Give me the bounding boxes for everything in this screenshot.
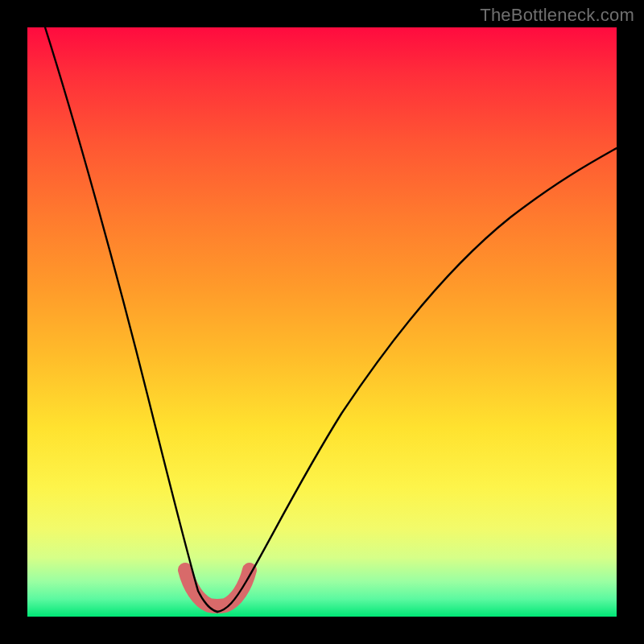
- curve-layer: [27, 27, 617, 617]
- curve-left: [45, 27, 217, 612]
- highlight-band: [185, 570, 250, 606]
- chart-frame: TheBottleneck.com: [0, 0, 644, 644]
- curve-right: [217, 148, 617, 612]
- plot-area: [27, 27, 617, 617]
- watermark-text: TheBottleneck.com: [480, 5, 634, 26]
